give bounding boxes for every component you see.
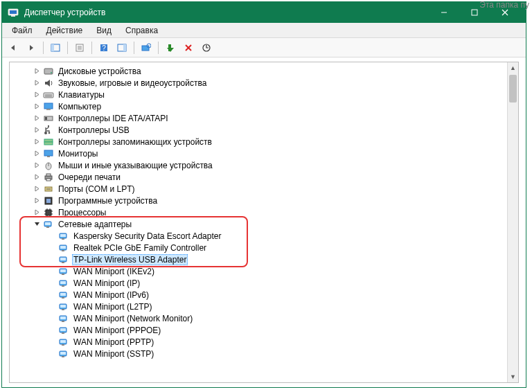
show-hide-tree-button[interactable] (47, 40, 64, 55)
scan-hardware-button[interactable] (138, 40, 154, 55)
tree-node-label[interactable]: Мыши и иные указывающие устройства (57, 161, 214, 170)
tree-node[interactable]: Контроллеры USB (11, 124, 506, 136)
help-button[interactable]: ? (96, 40, 112, 55)
vertical-scrollbar[interactable]: ▲ ▼ (507, 62, 518, 382)
tree-node[interactable]: Клавиатуры (11, 89, 506, 100)
tree-node[interactable]: Мыши и иные указывающие устройства (11, 159, 506, 171)
tree-node-label[interactable]: Сетевые адаптеры (57, 220, 133, 229)
expand-icon[interactable] (32, 172, 42, 182)
tree-node[interactable]: Дисковые устройства (11, 65, 506, 77)
tree-node[interactable]: WAN Miniport (PPPOE) (11, 324, 506, 336)
menu-help[interactable]: Справка (118, 24, 165, 37)
back-button[interactable] (5, 40, 21, 55)
forward-button[interactable] (23, 40, 39, 55)
enable-device-button[interactable] (162, 40, 179, 55)
menu-view[interactable]: Вид (89, 24, 118, 37)
tree-node[interactable]: WAN Miniport (SSTP) (11, 348, 506, 359)
usb-icon (43, 125, 54, 136)
expand-icon[interactable] (32, 102, 42, 112)
scroll-up-button[interactable]: ▲ (508, 62, 518, 73)
minimize-button[interactable] (429, 2, 459, 23)
tree-node[interactable]: WAN Miniport (IP) (11, 277, 506, 289)
tree-node-label[interactable]: WAN Miniport (IP) (72, 278, 141, 288)
expand-icon[interactable] (32, 125, 42, 135)
properties-button[interactable] (71, 40, 88, 55)
tree-node-label[interactable]: WAN Miniport (PPTP) (72, 337, 155, 347)
collapse-icon[interactable] (32, 220, 42, 229)
tree-node[interactable]: WAN Miniport (L2TP) (11, 301, 506, 312)
svg-point-47 (49, 188, 51, 190)
tree-node[interactable]: WAN Miniport (PPTP) (11, 336, 506, 348)
svg-rect-37 (44, 150, 53, 156)
svg-rect-17 (142, 46, 149, 51)
tree-pane-icon (51, 43, 60, 53)
tree-node[interactable]: Программные устройства (11, 195, 506, 206)
tree-node-label[interactable]: Компьютер (57, 102, 103, 112)
tree-node-label[interactable]: TP-Link Wireless USB Adapter (72, 254, 188, 265)
update-icon (202, 43, 211, 53)
tree-node[interactable]: Сетевые адаптеры (11, 218, 506, 230)
tree-node-label[interactable]: Процессоры (57, 208, 108, 217)
toolbar-separator (158, 42, 159, 54)
tree-node[interactable]: WAN Miniport (IPv6) (11, 289, 506, 301)
update-driver-button[interactable] (198, 40, 215, 55)
tree-node-label[interactable]: Контроллеры IDE ATA/ATAPI (57, 114, 170, 123)
expand-icon[interactable] (32, 184, 42, 194)
tree-node-label[interactable]: Мониторы (57, 149, 99, 159)
tree-node-label[interactable]: WAN Miniport (IKEv2) (72, 267, 156, 276)
tree-node-label[interactable]: Звуковые, игровые и видеоустройства (57, 78, 208, 88)
tree-node-label[interactable]: WAN Miniport (SSTP) (72, 349, 155, 359)
tree-node-label[interactable]: Контроллеры USB (57, 125, 131, 135)
expand-icon[interactable] (32, 114, 42, 123)
expand-icon[interactable] (32, 78, 42, 88)
uninstall-device-button[interactable] (180, 40, 197, 55)
expand-icon[interactable] (32, 149, 42, 159)
tree-node[interactable]: Контроллеры запоминающих устройств (11, 136, 506, 148)
svg-rect-38 (47, 156, 50, 157)
expand-icon[interactable] (32, 161, 42, 170)
expander-placeholder (47, 326, 57, 335)
tree-node-label[interactable]: Очереди печати (57, 172, 122, 182)
tree-node[interactable]: Realtek PCIe GbE Family Controller (11, 242, 506, 253)
tree-node[interactable]: Контроллеры IDE ATA/ATAPI (11, 112, 506, 124)
expand-icon[interactable] (32, 66, 42, 76)
expander-placeholder (47, 278, 57, 288)
expand-icon[interactable] (32, 137, 42, 147)
tree-node-label[interactable]: Клавиатуры (57, 90, 106, 100)
expand-icon[interactable] (32, 208, 42, 217)
expand-icon[interactable] (32, 196, 42, 206)
tree-node[interactable]: TP-Link Wireless USB Adapter (11, 253, 506, 265)
tree-node-label[interactable]: Kaspersky Security Data Escort Adapter (72, 231, 222, 241)
tree-node[interactable]: Мониторы (11, 148, 506, 159)
scroll-thumb[interactable] (509, 75, 517, 103)
svg-rect-29 (46, 109, 51, 110)
menu-file[interactable]: Файл (5, 24, 39, 37)
tree-node[interactable]: Kaspersky Security Data Escort Adapter (11, 230, 506, 242)
tree-node-label[interactable]: Контроллеры запоминающих устройств (57, 137, 213, 147)
tree-node-label[interactable]: Realtek PCIe GbE Family Controller (72, 243, 208, 253)
svg-rect-16 (123, 44, 126, 51)
tree-node-label[interactable]: Программные устройства (57, 196, 159, 206)
tree-node[interactable]: Порты (COM и LPT) (11, 183, 506, 195)
tree-node-label[interactable]: WAN Miniport (IPv6) (72, 290, 150, 300)
svg-rect-88 (62, 332, 64, 334)
device-tree[interactable]: Дисковые устройстваЗвуковые, игровые и в… (10, 62, 507, 382)
tree-node-label[interactable]: Дисковые устройства (57, 66, 143, 76)
tree-node[interactable]: Процессоры (11, 206, 506, 218)
tree-node-label[interactable]: WAN Miniport (L2TP) (72, 302, 154, 312)
svg-rect-79 (62, 297, 64, 299)
scroll-down-button[interactable]: ▼ (508, 371, 518, 382)
enable-icon (166, 43, 175, 53)
menu-action[interactable]: Действие (39, 24, 90, 37)
tree-node[interactable]: WAN Miniport (Network Monitor) (11, 312, 506, 324)
expand-icon[interactable] (32, 90, 42, 100)
tree-node[interactable]: Очереди печати (11, 171, 506, 183)
svg-rect-72 (60, 269, 66, 272)
tree-node[interactable]: Компьютер (11, 100, 506, 112)
tree-node-label[interactable]: WAN Miniport (Network Monitor) (72, 314, 194, 323)
action-pane-button[interactable] (114, 40, 130, 55)
tree-node[interactable]: Звуковые, игровые и видеоустройства (11, 77, 506, 89)
tree-node-label[interactable]: Порты (COM и LPT) (57, 184, 136, 194)
tree-node[interactable]: WAN Miniport (IKEv2) (11, 265, 506, 277)
tree-node-label[interactable]: WAN Miniport (PPPOE) (72, 326, 162, 335)
